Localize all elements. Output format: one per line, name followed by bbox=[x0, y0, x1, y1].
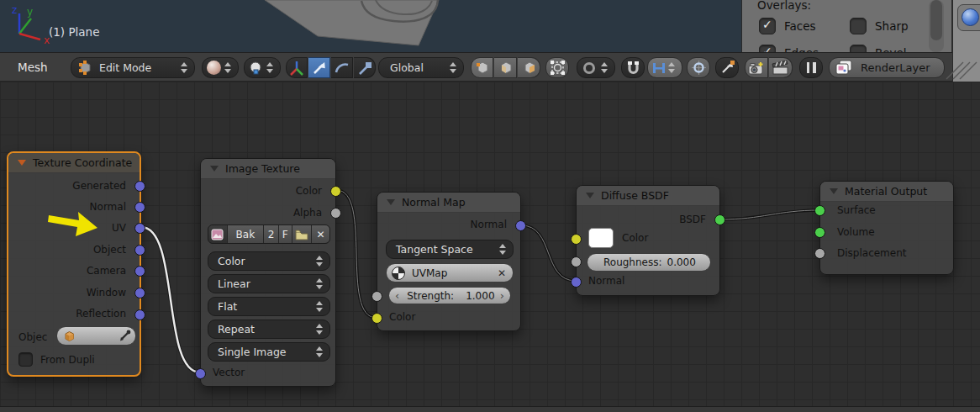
socket-vector-in[interactable] bbox=[195, 368, 206, 379]
socket-generated[interactable] bbox=[134, 181, 145, 192]
render-still-button[interactable] bbox=[745, 57, 768, 78]
node-normal-map[interactable]: Normal Map Normal Tangent Space UVMap ✕ … bbox=[377, 192, 521, 331]
image-name-field[interactable]: Bak bbox=[227, 225, 263, 243]
image-browse-button[interactable] bbox=[208, 225, 227, 243]
faces-label: Faces bbox=[784, 19, 816, 33]
mode-dropdown[interactable]: Edit Mode bbox=[71, 57, 195, 78]
pivot-dropdown[interactable] bbox=[244, 57, 281, 78]
socket-color-in[interactable] bbox=[371, 313, 382, 324]
uv-map-field[interactable]: UVMap ✕ bbox=[386, 263, 514, 283]
input-vector-label: Vector bbox=[213, 367, 245, 378]
socket-roughness-in[interactable] bbox=[571, 256, 582, 267]
edge-select-icon bbox=[498, 60, 514, 76]
image-users-button[interactable]: 2 bbox=[263, 225, 278, 243]
socket-color-out[interactable] bbox=[330, 186, 341, 197]
collapse-triangle-icon[interactable] bbox=[586, 193, 594, 198]
rotate-manipulator-button[interactable] bbox=[331, 57, 353, 78]
limit-to-visible-button[interactable] bbox=[545, 57, 569, 78]
faces-checkbox[interactable]: ✓ bbox=[759, 18, 776, 34]
proportional-edit-dropdown[interactable] bbox=[577, 57, 615, 78]
color-swatch[interactable] bbox=[588, 228, 614, 248]
socket-uv[interactable] bbox=[134, 223, 145, 234]
sharp-checkbox[interactable]: ✓ bbox=[850, 18, 867, 34]
edges-checkbox[interactable]: ✓ bbox=[759, 45, 776, 52]
roughness-value: 0.000 bbox=[667, 256, 696, 268]
eyedropper-icon[interactable] bbox=[119, 330, 131, 343]
socket-displacement-in[interactable] bbox=[814, 248, 825, 259]
face-select-button[interactable] bbox=[518, 57, 540, 78]
snap-target-button[interactable] bbox=[687, 57, 710, 78]
node-header[interactable]: Material Output bbox=[820, 182, 953, 202]
strength-value: 1.000 bbox=[466, 290, 494, 302]
socket-color-in[interactable] bbox=[571, 234, 582, 245]
socket-camera[interactable] bbox=[134, 266, 145, 277]
shading-dropdown[interactable] bbox=[202, 57, 239, 78]
snap-toggle-button[interactable] bbox=[621, 57, 645, 78]
from-dupli-checkbox[interactable] bbox=[18, 352, 33, 367]
socket-surface-in[interactable] bbox=[814, 205, 825, 216]
mesh-menu[interactable]: Mesh bbox=[18, 61, 48, 74]
roughness-slider[interactable]: Roughness: 0.000 bbox=[587, 253, 711, 272]
collapse-triangle-icon[interactable] bbox=[387, 199, 395, 205]
fake-user-button[interactable]: F bbox=[278, 225, 292, 243]
socket-reflection[interactable] bbox=[134, 309, 145, 320]
editor-type-button[interactable] bbox=[957, 4, 980, 31]
node-header[interactable]: Normal Map bbox=[377, 193, 520, 213]
socket-strength-in[interactable] bbox=[371, 291, 382, 302]
node-diffuse-bsdf[interactable]: Diffuse BSDF BSDF Color Roughness: 0.000… bbox=[576, 185, 720, 296]
overlays-scrollbar[interactable] bbox=[929, 0, 944, 52]
space-dropdown[interactable]: Tangent Space bbox=[386, 240, 514, 259]
strength-slider[interactable]: ‹ Strength: 1.000 › bbox=[388, 287, 511, 304]
socket-normal[interactable] bbox=[134, 202, 145, 213]
node-header[interactable]: Diffuse BSDF bbox=[577, 186, 719, 206]
vertex-select-button[interactable] bbox=[471, 57, 493, 78]
color-space-value: Color bbox=[218, 255, 245, 267]
snap-element-dropdown[interactable] bbox=[647, 57, 682, 78]
collapse-triangle-icon[interactable] bbox=[18, 160, 26, 166]
proportional-snap-button[interactable] bbox=[715, 57, 739, 78]
edge-select-button[interactable] bbox=[494, 57, 517, 78]
unlink-image-button[interactable]: ✕ bbox=[311, 225, 329, 243]
updown-icon bbox=[498, 243, 507, 256]
projection-dropdown[interactable]: Flat bbox=[208, 297, 330, 316]
corner-resize-grip[interactable] bbox=[941, 61, 980, 82]
socket-alpha-out[interactable] bbox=[330, 208, 341, 219]
collapse-triangle-icon[interactable] bbox=[210, 166, 219, 172]
object-picker-field[interactable] bbox=[56, 326, 136, 346]
socket-normal-out[interactable] bbox=[515, 220, 526, 231]
render-layer-selector[interactable]: RenderLayer bbox=[829, 57, 945, 78]
extension-value: Repeat bbox=[218, 323, 255, 335]
node-texture-coordinate[interactable]: Texture Coordinate Generated Normal UV O… bbox=[7, 151, 141, 377]
collapse-triangle-icon[interactable] bbox=[830, 188, 838, 194]
input-color-label: Color bbox=[389, 311, 415, 323]
close-icon[interactable]: ✕ bbox=[498, 267, 506, 279]
translate-manipulator-button[interactable] bbox=[308, 57, 330, 78]
socket-normal-in[interactable] bbox=[571, 277, 582, 288]
manipulator-toggle-button[interactable] bbox=[286, 57, 308, 78]
interpolation-dropdown[interactable]: Linear bbox=[208, 274, 330, 293]
node-image-texture[interactable]: Image Texture Color Alpha Bak 2 F ✕ bbox=[200, 158, 336, 387]
color-space-dropdown[interactable]: Color bbox=[208, 251, 330, 271]
node-header[interactable]: Image Texture bbox=[201, 159, 335, 179]
socket-bsdf-out[interactable] bbox=[714, 214, 725, 225]
node-header[interactable]: Texture Coordinate bbox=[8, 153, 140, 173]
render-animation-button[interactable] bbox=[769, 57, 793, 78]
scrollbar-thumb[interactable] bbox=[930, 0, 942, 40]
socket-volume-in[interactable] bbox=[814, 227, 825, 238]
bevel-checkbox[interactable]: ✓ bbox=[850, 45, 867, 52]
node-material-output[interactable]: Material Output Surface Volume Displacem… bbox=[819, 181, 954, 275]
pause-button[interactable] bbox=[799, 57, 823, 78]
orientation-dropdown[interactable]: Global bbox=[378, 57, 464, 78]
socket-object[interactable] bbox=[134, 245, 145, 256]
pause-icon bbox=[813, 62, 816, 73]
slider-left-icon[interactable]: ‹ bbox=[395, 289, 399, 302]
scale-manipulator-button[interactable] bbox=[354, 57, 376, 78]
extension-dropdown[interactable]: Repeat bbox=[208, 320, 330, 339]
slider-right-icon[interactable]: › bbox=[500, 289, 504, 302]
source-dropdown[interactable]: Single Image bbox=[208, 342, 330, 362]
output-color-label: Color bbox=[296, 185, 322, 197]
socket-window[interactable] bbox=[134, 288, 145, 298]
output-bsdf-label: BSDF bbox=[679, 214, 706, 225]
open-image-button[interactable] bbox=[292, 225, 312, 243]
3d-viewport[interactable]: z y x (1) Plane bbox=[0, 0, 741, 52]
